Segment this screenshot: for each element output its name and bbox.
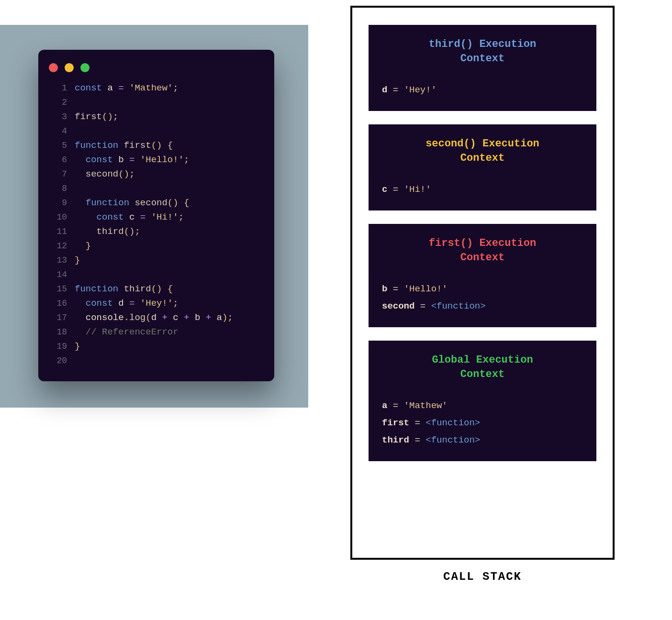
code-line: 6 const b = 'Hello!';	[38, 153, 274, 167]
code-line: 13}	[38, 253, 274, 267]
line-number: 17	[49, 310, 67, 325]
line-number: 12	[49, 239, 67, 253]
close-icon[interactable]	[49, 63, 58, 72]
line-content: function second() {	[75, 196, 189, 210]
context-variable: first = <function>	[382, 414, 583, 432]
code-line: 8	[38, 181, 274, 196]
code-line: 3first();	[38, 110, 274, 124]
call-stack-label: CALL STACK	[350, 570, 615, 583]
maximize-icon[interactable]	[80, 63, 90, 72]
line-number: 11	[49, 224, 67, 239]
context-variable: d = 'Hey!'	[382, 81, 583, 99]
line-content: function third() {	[75, 282, 173, 296]
execution-context-frame: second() ExecutionContextc = 'Hi!'	[369, 124, 596, 210]
code-line: 15function third() {	[38, 282, 274, 296]
line-content: console.log(d + c + b + a);	[75, 310, 233, 325]
context-variables: b = 'Hello!'second = <function>	[382, 280, 583, 315]
line-content: // ReferenceError	[75, 325, 179, 339]
context-title: Global ExecutionContext	[382, 353, 583, 382]
line-number: 10	[49, 210, 67, 224]
line-content: second();	[75, 167, 134, 181]
line-number: 7	[49, 167, 67, 181]
line-number: 16	[49, 296, 67, 310]
line-number: 3	[49, 110, 67, 124]
context-title: first() ExecutionContext	[382, 236, 583, 265]
line-content: }	[75, 239, 91, 253]
line-content: const b = 'Hello!';	[75, 153, 189, 167]
line-content: }	[75, 253, 80, 267]
line-number: 1	[49, 81, 67, 95]
line-number: 13	[49, 253, 67, 267]
context-variables: a = 'Mathew'first = <function>third = <f…	[382, 397, 583, 449]
code-line: 4	[38, 124, 274, 138]
line-number: 6	[49, 153, 67, 167]
line-content: function first() {	[75, 138, 173, 153]
code-line: 7 second();	[38, 167, 274, 181]
code-line: 2	[38, 95, 274, 110]
context-variable: second = <function>	[382, 298, 583, 315]
code-line: 18 // ReferenceError	[38, 325, 274, 339]
context-variables: d = 'Hey!'	[382, 81, 583, 99]
line-content: third();	[75, 224, 140, 239]
minimize-icon[interactable]	[65, 63, 74, 72]
code-line: 14	[38, 267, 274, 282]
context-variable: third = <function>	[382, 432, 583, 449]
line-number: 15	[49, 282, 67, 296]
code-line: 12 }	[38, 239, 274, 253]
line-number: 9	[49, 196, 67, 210]
call-stack-container: third() ExecutionContextd = 'Hey!'second…	[350, 6, 615, 560]
context-variable: b = 'Hello!'	[382, 280, 583, 298]
code-line: 10 const c = 'Hi!';	[38, 210, 274, 224]
context-title: second() ExecutionContext	[382, 137, 583, 166]
line-number: 19	[49, 339, 67, 354]
line-number: 2	[49, 95, 67, 110]
code-line: 9 function second() {	[38, 196, 274, 210]
code-body: 1const a = 'Mathew';23first();45function…	[38, 81, 274, 368]
line-number: 8	[49, 181, 67, 196]
line-number: 14	[49, 267, 67, 282]
code-line: 11 third();	[38, 224, 274, 239]
execution-context-frame: first() ExecutionContextb = 'Hello!'seco…	[369, 224, 596, 327]
code-line: 19}	[38, 339, 274, 354]
code-line: 5function first() {	[38, 138, 274, 153]
line-number: 20	[49, 354, 67, 368]
line-content: const d = 'Hey!';	[75, 296, 179, 310]
context-variable: a = 'Mathew'	[382, 397, 583, 414]
line-content: const c = 'Hi!';	[75, 210, 184, 224]
code-line: 16 const d = 'Hey!';	[38, 296, 274, 310]
window-traffic-lights	[38, 59, 274, 81]
code-line: 1const a = 'Mathew';	[38, 81, 274, 95]
line-number: 5	[49, 138, 67, 153]
line-content: first();	[75, 110, 118, 124]
line-number: 4	[49, 124, 67, 138]
code-editor-window: 1const a = 'Mathew';23first();45function…	[38, 50, 274, 381]
code-line: 20	[38, 354, 274, 368]
code-line: 17 console.log(d + c + b + a);	[38, 310, 274, 325]
execution-context-frame: third() ExecutionContextd = 'Hey!'	[369, 25, 596, 111]
context-variables: c = 'Hi!'	[382, 181, 583, 198]
context-variable: c = 'Hi!'	[382, 181, 583, 198]
line-content: }	[75, 339, 80, 354]
line-content: const a = 'Mathew';	[75, 81, 179, 95]
line-number: 18	[49, 325, 67, 339]
execution-context-frame: Global ExecutionContexta = 'Mathew'first…	[369, 341, 596, 461]
context-title: third() ExecutionContext	[382, 37, 583, 66]
